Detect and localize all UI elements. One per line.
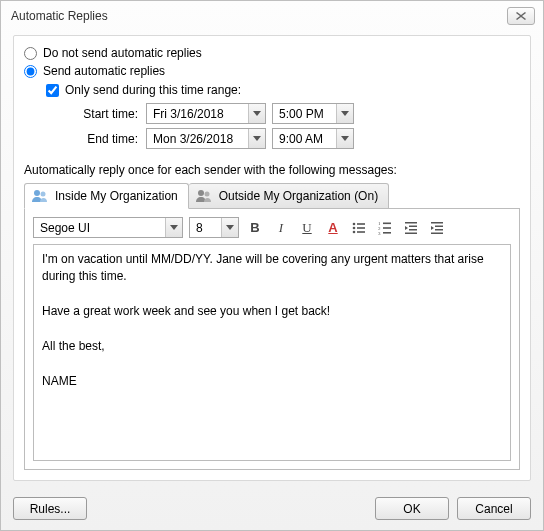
tab-inside[interactable]: Inside My Organization: [24, 183, 189, 209]
svg-rect-11: [383, 222, 391, 224]
svg-point-2: [198, 190, 204, 196]
end-time-label: End time:: [68, 132, 138, 146]
start-date-value: Fri 3/16/2018: [147, 107, 248, 121]
svg-point-1: [41, 192, 46, 197]
cancel-button[interactable]: Cancel: [457, 497, 531, 520]
tab-outside-label: Outside My Organization (On): [219, 189, 378, 203]
svg-rect-17: [409, 225, 417, 227]
tabs: Inside My Organization Outside My Organi…: [24, 183, 520, 209]
svg-rect-18: [409, 229, 417, 231]
section-label: Automatically reply once for each sender…: [24, 163, 520, 177]
svg-rect-19: [405, 232, 417, 234]
font-size-value: 8: [190, 221, 221, 235]
content-panel: Do not send automatic replies Send autom…: [13, 35, 531, 481]
dialog-title: Automatic Replies: [11, 9, 507, 23]
ok-button[interactable]: OK: [375, 497, 449, 520]
start-date-dropdown[interactable]: [248, 104, 265, 123]
editor-panel: Segoe UI 8 B I U A 123: [24, 208, 520, 470]
chevron-down-icon: [253, 111, 261, 116]
tab-outside[interactable]: Outside My Organization (On): [189, 183, 389, 209]
outdent-button[interactable]: [401, 218, 421, 238]
svg-text:3: 3: [378, 231, 381, 236]
start-time-dropdown[interactable]: [336, 104, 353, 123]
svg-point-6: [353, 226, 356, 229]
radio-dont-send[interactable]: Do not send automatic replies: [24, 46, 520, 60]
start-time-value: 5:00 PM: [273, 107, 336, 121]
dialog-body: Do not send automatic replies Send autom…: [1, 31, 543, 489]
end-date-dropdown[interactable]: [248, 129, 265, 148]
svg-point-4: [353, 222, 356, 225]
only-send-range[interactable]: Only send during this time range:: [46, 83, 520, 97]
people-outside-icon: [195, 187, 213, 205]
titlebar: Automatic Replies: [1, 1, 543, 31]
start-time-row: Start time: Fri 3/16/2018 5:00 PM: [68, 103, 520, 124]
end-time-value: 9:00 AM: [273, 132, 336, 146]
radio-dont-send-input[interactable]: [24, 47, 37, 60]
time-range-section: Only send during this time range: Start …: [46, 83, 520, 153]
svg-point-0: [34, 190, 40, 196]
bold-button[interactable]: B: [245, 218, 265, 238]
svg-point-3: [204, 192, 209, 197]
italic-button[interactable]: I: [271, 218, 291, 238]
start-time-label: Start time:: [68, 107, 138, 121]
svg-rect-7: [357, 227, 365, 229]
indent-button[interactable]: [427, 218, 447, 238]
start-date-field[interactable]: Fri 3/16/2018: [146, 103, 266, 124]
people-inside-icon: [31, 187, 49, 205]
svg-rect-20: [431, 222, 443, 224]
svg-point-8: [353, 230, 356, 233]
chevron-down-icon: [341, 136, 349, 141]
only-send-range-label: Only send during this time range:: [65, 83, 241, 97]
indent-icon: [429, 220, 445, 236]
chevron-down-icon: [226, 225, 234, 230]
radio-dont-send-label: Do not send automatic replies: [43, 46, 202, 60]
numbering-icon: 123: [377, 220, 393, 236]
svg-rect-5: [357, 223, 365, 225]
radio-send-input[interactable]: [24, 65, 37, 78]
end-time-dropdown[interactable]: [336, 129, 353, 148]
svg-rect-23: [431, 232, 443, 234]
svg-rect-13: [383, 227, 391, 229]
font-size-dropdown[interactable]: [221, 218, 238, 237]
end-date-field[interactable]: Mon 3/26/2018: [146, 128, 266, 149]
font-color-button[interactable]: A: [323, 218, 343, 238]
svg-rect-16: [405, 222, 417, 224]
dialog-footer: Rules... OK Cancel: [1, 489, 543, 530]
svg-rect-15: [383, 232, 391, 234]
format-toolbar: Segoe UI 8 B I U A 123: [33, 217, 511, 238]
numbering-button[interactable]: 123: [375, 218, 395, 238]
svg-rect-21: [435, 225, 443, 227]
chevron-down-icon: [170, 225, 178, 230]
start-time-field[interactable]: 5:00 PM: [272, 103, 354, 124]
bullets-button[interactable]: [349, 218, 369, 238]
svg-rect-22: [435, 229, 443, 231]
chevron-down-icon: [341, 111, 349, 116]
end-time-row: End time: Mon 3/26/2018 9:00 AM: [68, 128, 520, 149]
only-send-range-checkbox[interactable]: [46, 84, 59, 97]
underline-button[interactable]: U: [297, 218, 317, 238]
end-date-value: Mon 3/26/2018: [147, 132, 248, 146]
radio-send-label: Send automatic replies: [43, 64, 165, 78]
font-size-field[interactable]: 8: [189, 217, 239, 238]
close-icon: [516, 12, 526, 20]
message-textarea[interactable]: I'm on vacation until MM/DD/YY. Jane wil…: [33, 244, 511, 461]
automatic-replies-dialog: Automatic Replies Do not send automatic …: [0, 0, 544, 531]
time-grid: Start time: Fri 3/16/2018 5:00 PM End ti…: [68, 103, 520, 149]
font-family-value: Segoe UI: [34, 221, 165, 235]
close-button[interactable]: [507, 7, 535, 25]
font-family-dropdown[interactable]: [165, 218, 182, 237]
radio-send[interactable]: Send automatic replies: [24, 64, 520, 78]
end-time-field[interactable]: 9:00 AM: [272, 128, 354, 149]
font-family-field[interactable]: Segoe UI: [33, 217, 183, 238]
chevron-down-icon: [253, 136, 261, 141]
bullets-icon: [351, 220, 367, 236]
tab-inside-label: Inside My Organization: [55, 189, 178, 203]
rules-button[interactable]: Rules...: [13, 497, 87, 520]
outdent-icon: [403, 220, 419, 236]
svg-rect-9: [357, 231, 365, 233]
